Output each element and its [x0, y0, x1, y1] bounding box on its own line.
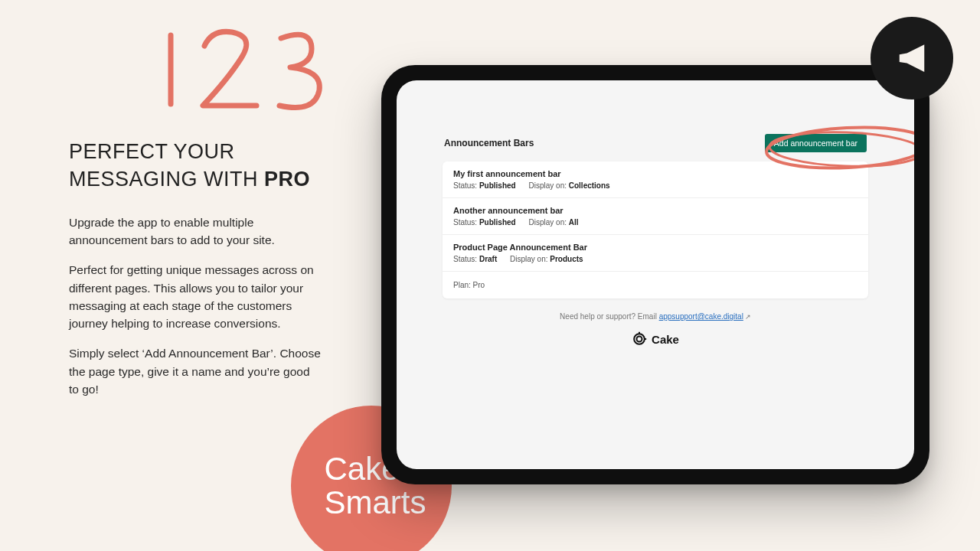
bar-name: Another announcement bar [453, 206, 858, 215]
announcement-bars-card: My first announcement bar Status: Publis… [443, 161, 868, 298]
status-value: Draft [479, 255, 497, 263]
support-email-link[interactable]: appsupport@cake.digital [659, 312, 743, 321]
paragraph-3: Simply select ‘Add Announcement Bar’. Ch… [69, 344, 322, 398]
display-label: Display on: [529, 181, 567, 190]
bar-meta: Status: Published Display on: Collection… [453, 181, 858, 190]
cake-mark-icon [632, 331, 647, 347]
display-label: Display on: [510, 255, 547, 263]
section-title: Announcement Bars [444, 138, 534, 148]
cake-brand-text: Cake [652, 333, 679, 346]
paragraph-1: Upgrade the app to enable multiple annou… [69, 214, 322, 249]
tablet-mockup: Announcement Bars Add announcement bar M… [381, 65, 929, 484]
plan-row: Plan: Pro [443, 272, 868, 298]
support-line: Need help or support? Email appsupport@c… [443, 312, 868, 321]
display-label: Display on: [529, 218, 567, 227]
plan-label: Plan: [453, 281, 471, 289]
bar-name: My first announcement bar [453, 169, 858, 178]
status-label: Status: [453, 218, 477, 227]
list-item[interactable]: My first announcement bar Status: Publis… [443, 161, 868, 198]
bar-meta: Status: Draft Display on: Products [453, 255, 858, 263]
display-value: Collections [569, 181, 610, 190]
status-value: Published [479, 218, 516, 227]
paragraph-2: Perfect for getting unique messages acro… [69, 261, 322, 332]
status-label: Status: [453, 255, 477, 263]
megaphone-icon [871, 17, 953, 99]
plan-value: Pro [473, 281, 485, 289]
svg-point-2 [634, 334, 645, 344]
svg-point-1 [637, 337, 642, 342]
status-value: Published [479, 181, 516, 190]
bar-meta: Status: Published Display on: All [453, 218, 858, 227]
svg-marker-0 [900, 44, 925, 72]
display-value: Products [550, 255, 583, 263]
headline-text: PERFECT YOUR MESSAGING WITH [69, 140, 264, 191]
external-link-icon: ↗ [745, 313, 751, 321]
list-item[interactable]: Product Page Announcement Bar Status: Dr… [443, 235, 868, 272]
headline: PERFECT YOUR MESSAGING WITH PRO [69, 138, 322, 194]
status-label: Status: [453, 181, 477, 190]
support-prefix: Need help or support? Email [560, 312, 659, 321]
list-item[interactable]: Another announcement bar Status: Publish… [443, 198, 868, 235]
add-announcement-bar-button[interactable]: Add announcement bar [765, 134, 867, 152]
display-value: All [569, 218, 579, 227]
cake-logo: Cake [443, 331, 868, 347]
badge-line-2: Smarts [324, 486, 426, 520]
bar-name: Product Page Announcement Bar [453, 243, 858, 252]
handwritten-123 [142, 14, 341, 121]
app-screen: Announcement Bars Add announcement bar M… [397, 80, 914, 469]
headline-pro: PRO [264, 168, 310, 191]
